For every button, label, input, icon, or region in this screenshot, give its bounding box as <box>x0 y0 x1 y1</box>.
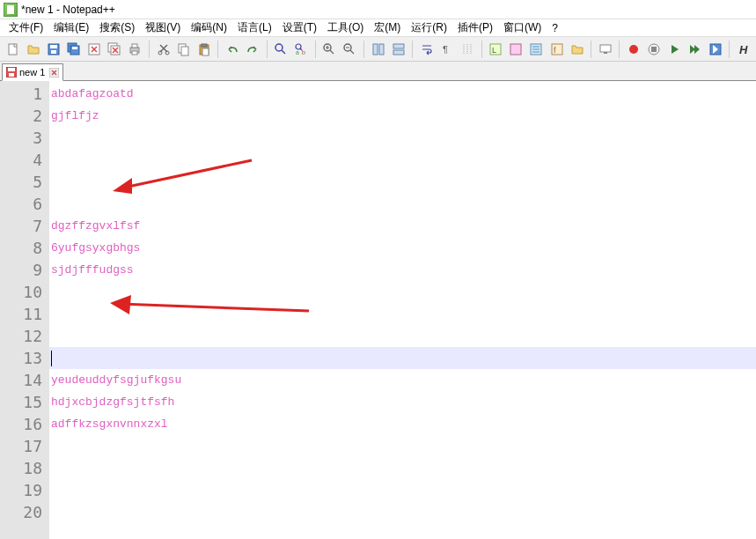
record-button[interactable] <box>624 40 642 59</box>
line-number: 10 <box>0 281 49 303</box>
line-number: 13 <box>0 347 49 369</box>
code-line[interactable]: yeudeuddyfsgjufkgsu <box>49 369 756 391</box>
allchars-button[interactable]: ¶ <box>437 40 456 59</box>
close-button[interactable] <box>85 40 104 59</box>
toolbar-separator <box>619 41 620 58</box>
play-multi-button[interactable] <box>686 40 704 59</box>
code-line[interactable] <box>49 303 756 325</box>
svg-rect-2 <box>50 45 57 48</box>
code-line[interactable] <box>49 171 756 193</box>
menu-item-5[interactable]: 语言(L) <box>232 18 277 37</box>
sync-h-button[interactable] <box>389 40 407 59</box>
menu-item-3[interactable]: 视图(V) <box>140 18 186 37</box>
sync-v-button[interactable] <box>369 40 387 59</box>
print-button[interactable] <box>126 40 144 59</box>
menu-item-10[interactable]: 插件(P) <box>452 18 498 37</box>
wordwrap-button[interactable] <box>417 40 436 59</box>
code-line[interactable] <box>49 435 756 457</box>
menu-item-2[interactable]: 搜索(S) <box>94 18 140 37</box>
editor-area[interactable]: 1234567891011121314151617181920 abdafagz… <box>0 81 756 539</box>
folder-button[interactable] <box>568 40 586 59</box>
svg-rect-11 <box>132 44 137 48</box>
code-line[interactable]: hdjxcbjdzgfsjtfsfh <box>49 391 756 413</box>
code-line[interactable]: sjdjfffudgss <box>49 259 756 281</box>
open-file-button[interactable] <box>24 40 42 59</box>
doc-map-button[interactable] <box>507 40 525 59</box>
line-number: 12 <box>0 325 49 347</box>
line-number-gutter: 1234567891011121314151617181920 <box>0 81 49 539</box>
line-number: 16 <box>0 413 49 435</box>
menu-item-0[interactable]: 文件(F) <box>4 18 48 37</box>
menu-item-6[interactable]: 设置(T) <box>277 18 322 37</box>
svg-rect-26 <box>373 44 378 55</box>
replace-button[interactable]: ba <box>292 40 311 59</box>
lang-button[interactable]: L <box>487 40 505 59</box>
monitor-button[interactable] <box>596 40 614 59</box>
svg-text:¶: ¶ <box>443 44 448 55</box>
tab-bar: new 1 <box>0 62 756 81</box>
zoom-in-button[interactable] <box>320 40 339 59</box>
line-number: 8 <box>0 237 49 259</box>
menu-item-12[interactable]: ? <box>547 20 563 36</box>
code-line[interactable] <box>49 325 756 347</box>
indent-guide-button[interactable] <box>459 40 477 59</box>
svg-point-39 <box>629 45 638 54</box>
menu-item-9[interactable]: 运行(R) <box>406 18 452 37</box>
paste-button[interactable] <box>195 40 213 59</box>
toolbar-separator <box>149 41 150 58</box>
tab-new-1[interactable]: new 1 <box>2 63 63 81</box>
menu-item-11[interactable]: 窗口(W) <box>498 18 547 37</box>
svg-rect-6 <box>72 47 77 49</box>
line-number: 20 <box>0 501 49 523</box>
toolbar-separator <box>729 41 730 58</box>
code-line[interactable] <box>49 347 756 369</box>
svg-point-20 <box>275 44 283 51</box>
line-number: 14 <box>0 369 49 391</box>
copy-button[interactable] <box>174 40 193 59</box>
menu-item-4[interactable]: 编码(N) <box>186 18 232 37</box>
save-all-button[interactable] <box>64 40 83 59</box>
undo-button[interactable] <box>223 40 241 59</box>
code-line[interactable]: 6yufgsyxgbhgs <box>49 237 756 259</box>
svg-rect-46 <box>9 73 14 77</box>
zoom-out-button[interactable] <box>341 40 359 59</box>
menu-item-7[interactable]: 工具(O) <box>322 18 369 37</box>
code-line[interactable]: abdafagzoatd <box>49 83 756 105</box>
svg-rect-18 <box>202 44 207 47</box>
code-line[interactable]: adffkzsgxnvnnxzxl <box>49 413 756 435</box>
code-line[interactable] <box>49 149 756 171</box>
redo-button[interactable] <box>243 40 261 59</box>
code-line[interactable]: gjflfjz <box>49 105 756 127</box>
code-area[interactable]: abdafagzoatdgjflfjzdgzffzgvxlfsf6yufgsyx… <box>49 81 756 539</box>
window-title: *new 1 - Notepad++ <box>21 4 115 16</box>
func-list-button[interactable]: f <box>547 40 566 59</box>
new-file-button[interactable] <box>4 40 22 59</box>
play-button[interactable] <box>665 40 684 59</box>
code-line[interactable] <box>49 479 756 501</box>
bold-text-button[interactable]: H <box>734 40 752 59</box>
menu-item-8[interactable]: 宏(M) <box>369 18 406 37</box>
text-cursor <box>51 351 52 366</box>
tab-close-button[interactable] <box>49 68 59 78</box>
line-number: 4 <box>0 149 49 171</box>
find-button[interactable] <box>272 40 290 59</box>
doc-list-button[interactable] <box>527 40 546 59</box>
code-line[interactable] <box>49 281 756 303</box>
cut-button[interactable] <box>154 40 172 59</box>
code-line[interactable]: dgzffzgvxlfsf <box>49 215 756 237</box>
svg-rect-45 <box>8 68 15 71</box>
stop-button[interactable] <box>645 40 664 59</box>
save-macro-button[interactable] <box>706 40 724 59</box>
svg-rect-12 <box>132 51 137 55</box>
save-button[interactable] <box>44 40 62 59</box>
svg-rect-33 <box>510 44 521 55</box>
close-all-button[interactable] <box>106 40 124 59</box>
line-number: 1 <box>0 83 49 105</box>
code-line[interactable] <box>49 501 756 523</box>
line-number: 6 <box>0 193 49 215</box>
menu-item-1[interactable]: 编辑(E) <box>48 18 94 37</box>
code-line[interactable] <box>49 127 756 149</box>
code-line[interactable] <box>49 457 756 479</box>
code-line[interactable] <box>49 193 756 215</box>
line-number: 3 <box>0 127 49 149</box>
